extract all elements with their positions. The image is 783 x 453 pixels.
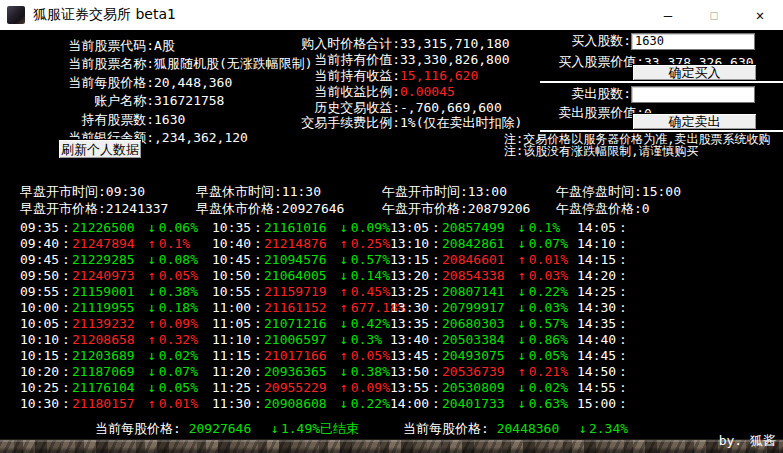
minimize-icon[interactable]: — [645, 0, 691, 30]
quote-row: 11:15 : 21017166 ↑0.05% [212, 348, 412, 364]
field-label: 当前收益比例: [300, 84, 400, 100]
change-arrow-icon: ↓ [518, 236, 526, 252]
quote-price: 21180157 [72, 396, 148, 412]
buy-qty-row: 买入股数: [548, 32, 755, 50]
quote-colon: : [619, 220, 629, 236]
quote-row: 09:40 : 21247894 ↑0.1% [20, 236, 220, 252]
change-arrow-icon: ↓ [148, 252, 156, 268]
change-arrow-icon: ↑ [518, 364, 526, 380]
change-pct: 0.05% [159, 268, 198, 284]
quote-price [629, 332, 705, 348]
quote-price: 21139232 [72, 316, 148, 332]
field-value: 15,116,620 [400, 68, 478, 84]
title-bar[interactable]: 狐服证券交易所 beta1 — □ ✕ [0, 0, 783, 30]
session-price-row: 午盘开市价格:20879206 [382, 200, 530, 217]
quote-time: 15:00 [577, 396, 619, 412]
change-arrow-icon: ↓ [518, 380, 526, 396]
sell-qty-input[interactable] [631, 86, 755, 103]
quote-row: 14:25 : [577, 284, 777, 300]
quote-change: ↑0.09% [340, 380, 390, 396]
quote-change: ↓0.22% [340, 396, 390, 412]
quote-price: 21161016 [264, 220, 340, 236]
quote-row: 13:25 : 20807141 ↓0.22% [390, 284, 590, 300]
field-label: 当前持有价值: [300, 52, 400, 68]
quote-change: ↓0.63% [518, 396, 568, 412]
session-price-label: 午盘开市价格: [382, 201, 468, 216]
change-arrow-icon: ↓ [518, 284, 526, 300]
quote-change: ↑0.09% [148, 316, 198, 332]
session-time: 13:00 [468, 184, 507, 199]
window-title: 狐服证券交易所 beta1 [33, 6, 176, 24]
author-credit: by. 狐酱 [719, 432, 776, 450]
quote-price: 20807141 [442, 284, 518, 300]
change-arrow-icon: ↓ [518, 220, 526, 236]
quote-change: ↑0.01% [518, 252, 568, 268]
field-value: 狐服随机股(无涨跌幅限制) [154, 55, 313, 73]
quote-price: 21006597 [264, 332, 340, 348]
buy-qty-input[interactable] [631, 33, 755, 50]
quote-change [705, 220, 708, 236]
quote-price: 21161152 [264, 300, 340, 316]
quote-time: 14:25 [577, 284, 619, 300]
quote-price [629, 316, 705, 332]
quote-change: ↑0.45% [340, 284, 390, 300]
holdings-line: 当前收益比例: 0.00045 [300, 84, 522, 100]
field-label: 当前持有收益: [300, 68, 400, 84]
account-line: 当前股票名称: 狐服随机股(无涨跌幅限制) [62, 55, 313, 73]
change-arrow-icon: ↑ [148, 236, 156, 252]
quote-time: 10:55 [212, 284, 254, 300]
app-icon [7, 6, 25, 24]
confirm-sell-button[interactable]: 确定卖出 [632, 113, 757, 130]
quote-change: ↑0.25% [340, 236, 390, 252]
summary-change: ↓2.34% [579, 421, 628, 436]
change-pct: 0.05% [529, 348, 568, 364]
refresh-personal-data-button[interactable]: 刷新个人数据 [58, 139, 142, 159]
change-arrow-icon: ↑ [148, 268, 156, 284]
quote-price: 20854338 [442, 268, 518, 284]
change-pct: 0.14% [351, 268, 390, 284]
quote-price [629, 236, 705, 252]
change-pct: 0.01% [159, 396, 198, 412]
quote-time: 14:15 [577, 252, 619, 268]
close-icon[interactable]: ✕ [737, 0, 783, 30]
quote-price: 20799917 [442, 300, 518, 316]
quote-time: 14:45 [577, 348, 619, 364]
quote-price: 21240973 [72, 268, 148, 284]
quote-colon: : [619, 380, 629, 396]
quote-change: ↑0.32% [148, 332, 198, 348]
quote-colon: : [254, 220, 264, 236]
confirm-buy-button[interactable]: 确定买入 [632, 64, 757, 81]
session-time-label: 早盘开市时间: [20, 184, 106, 199]
session-block: 午盘停盘时间:15:00 午盘停盘价格:0 [556, 183, 681, 217]
quote-change: ↓0.07% [518, 236, 568, 252]
quote-time: 09:50 [20, 268, 62, 284]
quote-price: 21159001 [72, 284, 148, 300]
change-pct: 0.07% [159, 364, 198, 380]
quote-change [705, 332, 708, 348]
session-headers: 早盘开市时间:09:30 早盘开市价格:21241337 早盘休市时间:11:3… [0, 183, 783, 217]
quote-price: 20846601 [442, 252, 518, 268]
quote-time: 13:20 [390, 268, 432, 284]
quote-change: ↑0.1% [148, 236, 190, 252]
quote-row: 14:50 : [577, 364, 777, 380]
field-label: 购入时价格合计: [300, 36, 400, 52]
change-arrow-icon: ↑ [340, 380, 348, 396]
quote-row: 13:10 : 20842861 ↓0.07% [390, 236, 590, 252]
quote-time: 14:35 [577, 316, 619, 332]
quote-time: 13:55 [390, 380, 432, 396]
quote-price: 21064005 [264, 268, 340, 284]
change-pct: 0.32% [159, 332, 198, 348]
quote-change: ↓0.38% [148, 284, 198, 300]
quote-colon: : [62, 284, 72, 300]
maximize-icon[interactable]: □ [691, 0, 737, 30]
quote-price: 20401733 [442, 396, 518, 412]
field-value: 316721758 [154, 92, 224, 110]
change-pct: 0.18% [159, 300, 198, 316]
quote-colon: : [254, 300, 264, 316]
field-value: 1%(仅在卖出时扣除) [400, 115, 522, 131]
change-pct: 0.3% [351, 332, 382, 348]
quote-row: 10:40 : 21214876 ↑0.25% [212, 236, 412, 252]
quote-time: 10:05 [20, 316, 62, 332]
quote-price: 21208658 [72, 332, 148, 348]
quote-change [705, 396, 708, 412]
